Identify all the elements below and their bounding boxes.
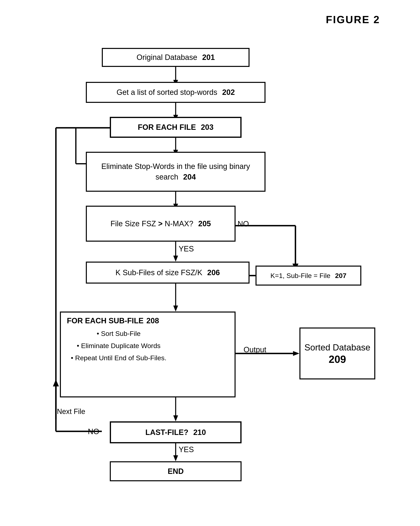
box-202-label: Get a list of sorted stop-words: [117, 88, 217, 96]
label-no-left: NO: [88, 427, 99, 436]
box-201-num: 201: [202, 53, 215, 61]
bullet-3: • Repeat Until End of Sub-Files.: [71, 352, 167, 364]
svg-marker-19: [293, 351, 300, 356]
box-206-num: 206: [207, 268, 220, 277]
box-208-title: FOR EACH SUB-FILE: [67, 316, 143, 325]
box-210-num: 210: [193, 428, 206, 436]
box-201: Original Database 201: [102, 48, 250, 67]
box-205: File Size FSZ > N-MAX? 205: [86, 206, 236, 242]
box-208: FOR EACH SUB-FILE 208 • Sort Sub-File • …: [60, 312, 236, 397]
box-210-label: LAST-FILE?: [145, 428, 188, 436]
page: FIGURE 2: [0, 0, 420, 526]
svg-marker-21: [173, 415, 178, 421]
box-202-num: 202: [222, 88, 235, 96]
box-209: Sorted Database 209: [300, 327, 375, 379]
bullet-2: • Eliminate Duplicate Words: [71, 340, 167, 352]
box-205-label: File Size FSZ > N-MAX?: [110, 220, 193, 228]
box-210: LAST-FILE? 210: [110, 421, 241, 443]
svg-marker-9: [173, 256, 178, 262]
box-201-label: Original Database: [137, 53, 197, 61]
box-202: Get a list of sorted stop-words 202: [86, 82, 266, 103]
label-yes-210: YES: [179, 445, 194, 454]
box-205-num: 205: [198, 220, 211, 228]
box-203: FOR EACH FILE 203: [110, 117, 241, 138]
box-208-num: 208: [146, 316, 159, 325]
box-203-num: 203: [201, 123, 213, 132]
box-204: Eliminate Stop-Words in the file using b…: [86, 152, 266, 192]
label-output: Output: [243, 345, 266, 354]
bullet-1: • Sort Sub-File: [71, 327, 167, 340]
box-207: K=1, Sub-File = File 207: [256, 266, 361, 285]
box-207-num: 207: [335, 272, 347, 279]
box-206-label: K Sub-Files of size FSZ/K: [116, 268, 202, 277]
svg-marker-17: [173, 305, 178, 312]
box-206: K Sub-Files of size FSZ/K 206: [86, 262, 250, 283]
label-no-right: NO: [238, 220, 249, 228]
label-next-file: Next File: [57, 407, 85, 416]
box-end-label: END: [168, 467, 184, 475]
flowchart: Original Database 201 Get a list of sort…: [36, 40, 375, 515]
box-209-label: Sorted Database: [304, 342, 370, 353]
figure-title: FIGURE 2: [326, 14, 380, 26]
svg-marker-23: [173, 455, 178, 461]
box-208-bullets: • Sort Sub-File • Eliminate Duplicate Wo…: [67, 327, 167, 364]
box-203-label: FOR EACH FILE: [138, 123, 196, 132]
box-209-num: 209: [329, 353, 346, 365]
box-end: END: [110, 461, 241, 481]
svg-marker-32: [53, 379, 59, 386]
box-204-num: 204: [183, 173, 196, 181]
box-207-label: K=1, Sub-File = File: [270, 272, 330, 279]
box-204-label: Eliminate Stop-Words in the file using b…: [101, 162, 250, 181]
label-yes-205: YES: [179, 245, 194, 253]
